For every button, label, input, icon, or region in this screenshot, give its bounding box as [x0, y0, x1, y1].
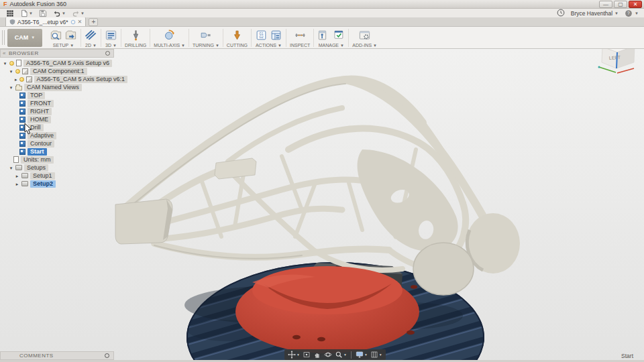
viewport-layout-button[interactable]: ▼	[370, 350, 383, 359]
user-menu[interactable]: Bryce Haventhal ▼	[571, 10, 619, 17]
tree-item-units-mm[interactable]: Units: mm	[0, 156, 114, 164]
undo-button[interactable]: ▼	[53, 9, 66, 17]
workspace-switcher[interactable]: CAM ▼	[7, 29, 42, 47]
comments-options-icon[interactable]	[105, 353, 109, 358]
ribbon-group-turning[interactable]: TURNING▼	[189, 27, 223, 48]
browser-tree: ▾A356-T6_CAM 5 Axis Setup v6▾CAM Compone…	[0, 58, 114, 188]
svg-text:G1: G1	[259, 32, 264, 36]
maximize-button[interactable]: ▢	[614, 1, 627, 8]
tree-expand-toggle[interactable]: ▾	[9, 85, 13, 90]
file-menu-button[interactable]: ▼	[20, 9, 33, 17]
save-button[interactable]	[39, 9, 47, 17]
document-tab[interactable]: A356-T6_...etup v6* ✕	[5, 17, 86, 26]
task-manager-icon	[332, 29, 345, 42]
document-shield-icon	[9, 19, 15, 25]
help-menu[interactable]: ? ▼	[625, 9, 639, 17]
tree-item-home[interactable]: HOME	[0, 115, 114, 123]
tree-item-right[interactable]: RIGHT	[0, 107, 114, 115]
tree-item-label[interactable]: FRONT	[28, 100, 54, 107]
ribbon-group-cutting[interactable]: CUTTING	[223, 27, 251, 48]
visibility-bulb-icon[interactable]	[15, 69, 20, 74]
toolbar-grip-handle[interactable]	[2, 30, 5, 45]
tree-item-label[interactable]: Setups	[24, 164, 48, 172]
display-settings-button[interactable]: ▼	[355, 350, 368, 359]
tree-expand-toggle[interactable]: ▸	[15, 174, 19, 178]
tree-item-cam-component-1[interactable]: ▾CAM Component:1	[0, 67, 114, 75]
ribbon-group-2d[interactable]: 2D▼	[81, 27, 101, 48]
zoom-button[interactable]: ▼	[334, 350, 347, 359]
browser-header[interactable]: « BROWSER	[0, 49, 114, 58]
tree-item-label[interactable]: A356-T6_CAM 5 Axis Setup v6:1	[34, 76, 128, 83]
look-at-button[interactable]	[302, 350, 311, 359]
tree-item-label[interactable]: Start	[28, 148, 47, 156]
tab-title: A356-T6_...etup v6*	[17, 19, 68, 25]
viewport-layout-icon	[370, 351, 378, 359]
view-icon	[19, 93, 25, 99]
tree-item-label[interactable]: A356-T6_CAM 5 Axis Setup v6	[23, 60, 112, 67]
tree-expand-toggle[interactable]: ▾	[9, 166, 13, 170]
tree-item-label[interactable]: TOP	[28, 92, 45, 99]
redo-button[interactable]: ▼	[72, 9, 85, 17]
sync-status-icon[interactable]	[70, 19, 76, 25]
tree-item-start[interactable]: Start	[0, 147, 114, 156]
ribbon-group-inspect[interactable]: INSPECT	[286, 27, 313, 48]
comments-bar[interactable]: COMMENTS	[0, 351, 114, 360]
tree-item-label[interactable]: CAM Named Views	[24, 84, 82, 91]
tree-item-front[interactable]: FRONT	[0, 99, 114, 107]
free-orbit-button[interactable]	[323, 350, 333, 359]
tab-close-icon[interactable]: ✕	[78, 19, 83, 25]
tree-item-label[interactable]: Units: mm	[21, 156, 54, 164]
ribbon-group-label: MULTI-AXIS▼	[154, 43, 185, 48]
new-tab-button[interactable]: +	[89, 18, 98, 26]
tree-item-a356-t6-cam-5-axis-setup-v6-1[interactable]: ▸A356-T6_CAM 5 Axis Setup v6:1	[0, 75, 114, 83]
ribbon-group-actions[interactable]: G1G2ACTIONS▼	[252, 27, 286, 48]
minimize-button[interactable]: —	[599, 1, 612, 8]
tree-item-label[interactable]: CAM Component:1	[30, 68, 87, 75]
pan-button[interactable]	[313, 350, 322, 359]
collapse-panel-icon[interactable]: «	[3, 50, 6, 56]
chevron-down-icon: ▼	[364, 353, 368, 357]
tree-expand-toggle[interactable]: ▸	[15, 77, 17, 82]
tree-item-label[interactable]: HOME	[28, 116, 51, 123]
tree-item-drill[interactable]: Drill	[0, 123, 114, 131]
ribbon-group-3d[interactable]: 3D▼	[101, 27, 121, 48]
tree-expand-toggle[interactable]: ▸	[15, 182, 19, 186]
tree-item-label[interactable]: RIGHT	[28, 108, 52, 115]
ribbon-group-manage[interactable]: MANAGE▼	[314, 27, 348, 48]
orbit-pan-button[interactable]: ▼	[287, 350, 301, 359]
milling-3d-icon	[105, 29, 117, 42]
tree-item-top[interactable]: TOP	[0, 91, 114, 99]
ribbon-group-label: ACTIONS▼	[256, 43, 282, 48]
tree-item-a356-t6-cam-5-axis-setup-v6[interactable]: ▾A356-T6_CAM 5 Axis Setup v6	[0, 59, 114, 67]
tree-expand-toggle[interactable]: ▾	[9, 69, 13, 74]
ribbon-group-setup[interactable]: SETUP▼	[46, 27, 80, 48]
visibility-bulb-icon[interactable]	[9, 61, 14, 66]
chevron-down-icon: ▼	[297, 353, 300, 357]
ribbon-group-add-ins[interactable]: ADD-INS▼	[349, 27, 380, 48]
tree-item-adaptive[interactable]: Adaptive	[0, 131, 114, 139]
ribbon-group-label: 3D▼	[105, 43, 117, 48]
comp-icon	[22, 68, 28, 74]
tree-item-label[interactable]: Setup2	[30, 180, 56, 188]
tree-item-contour[interactable]: Contour	[0, 139, 114, 147]
data-panel-toggle-button[interactable]	[6, 9, 14, 17]
tree-expand-toggle[interactable]: ▾	[3, 61, 7, 66]
ribbon-group-drilling[interactable]: DRILLING	[121, 27, 150, 48]
tree-item-setup1[interactable]: ▸Setup1	[0, 172, 114, 180]
setup-icon	[21, 181, 28, 186]
tree-item-cam-named-views[interactable]: ▾CAM Named Views	[0, 83, 114, 91]
chevron-down-icon: ▼	[181, 44, 185, 48]
redo-icon	[72, 9, 80, 17]
ribbon-group-multi-axis[interactable]: MULTI-AXIS▼	[150, 27, 189, 48]
chevron-down-icon: ▼	[340, 44, 344, 48]
ribbon-group-label: INSPECT	[290, 43, 310, 48]
close-button[interactable]: ✕	[629, 1, 642, 8]
tree-item-setup2[interactable]: ▸Setup2	[0, 180, 114, 188]
panel-options-icon[interactable]	[105, 51, 110, 56]
navbar-separator	[351, 351, 352, 359]
tree-item-label[interactable]: Setup1	[30, 172, 55, 180]
visibility-bulb-icon[interactable]	[19, 77, 24, 82]
tree-item-setups[interactable]: ▾Setups	[0, 164, 114, 172]
tree-item-label[interactable]: Contour	[28, 140, 54, 147]
recent-activity-icon[interactable]	[557, 7, 565, 19]
